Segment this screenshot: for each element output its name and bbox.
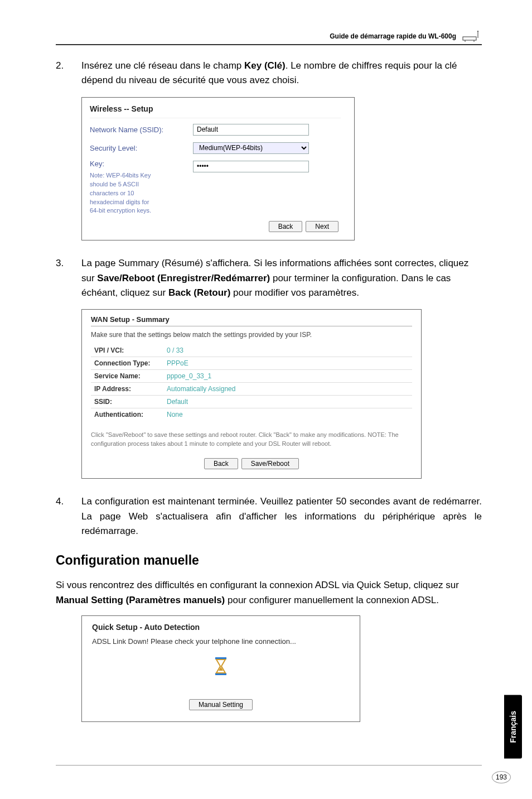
footer-rule	[56, 765, 482, 766]
back-button[interactable]: Back	[204, 458, 238, 469]
key-note: Note: WEP-64bits Key should be 5 ASCII c…	[90, 171, 157, 216]
panel-title: Wireless -- Setup	[90, 103, 341, 118]
hourglass-icon	[213, 657, 229, 678]
screenshot-wireless-setup: Wireless -- Setup Network Name (SSID): S…	[81, 97, 355, 241]
cell-val: Automatically Assigned	[163, 383, 412, 395]
table-row: IP Address:Automatically Assigned	[91, 382, 412, 395]
step-4: 4. La configuration est maintenant termi…	[56, 494, 482, 538]
paragraph: Si vous rencontrez des difficultés en co…	[56, 578, 482, 608]
cell-val: pppoe_0_33_1	[163, 370, 412, 382]
screenshot-quick-setup: Quick Setup - Auto Detection ADSL Link D…	[81, 615, 360, 722]
status-message: ADSL Link Down! Please check your telpho…	[92, 637, 350, 646]
screenshot-wan-summary: WAN Setup - Summary Make sure that the s…	[81, 309, 422, 479]
panel-title: Quick Setup - Auto Detection	[92, 623, 350, 632]
cell-val: Default	[163, 396, 412, 408]
cell-val: PPPoE	[163, 357, 412, 369]
step-number: 3.	[56, 256, 68, 300]
step-number: 4.	[56, 494, 68, 538]
cell-key: Authentication:	[91, 408, 163, 421]
table-row: Connection Type:PPPoE	[91, 357, 412, 369]
step-3: 3. La page Summary (Résumé) s'affichera.…	[56, 256, 482, 300]
cell-val: 0 / 33	[163, 344, 412, 357]
cell-key: SSID:	[91, 396, 163, 408]
summary-table: VPI / VCI:0 / 33 Connection Type:PPPoE S…	[91, 344, 412, 421]
step-number: 2.	[56, 59, 68, 88]
text: pour configurer manuellement la connexio…	[225, 595, 439, 605]
panel-subtitle: Make sure that the settings below match …	[91, 331, 412, 339]
cell-key: Connection Type:	[91, 357, 163, 369]
step-text: La page Summary (Résumé) s'affichera. Si…	[81, 256, 482, 300]
panel-title: WAN Setup - Summary	[91, 314, 412, 326]
text-bold: Key (Clé)	[244, 60, 286, 71]
ssid-input[interactable]	[193, 124, 309, 136]
next-button[interactable]: Next	[306, 221, 338, 232]
table-row: VPI / VCI:0 / 33	[91, 344, 412, 357]
cell-key: Service Name:	[91, 370, 163, 382]
cell-val: None	[163, 408, 412, 421]
svg-point-4	[477, 31, 478, 32]
text: pour modifier vos paramètres.	[230, 287, 359, 298]
text-bold: Save/Reboot (Enregistrer/Redémarrer)	[97, 273, 270, 283]
language-tab: Français	[504, 695, 522, 759]
text-bold: Back (Retour)	[168, 287, 230, 298]
security-select[interactable]: Medium(WEP-64bits)	[193, 142, 309, 154]
manual-setting-button[interactable]: Manual Setting	[189, 699, 253, 710]
text: Insérez une clé réseau dans le champ	[81, 60, 244, 71]
svg-rect-0	[463, 37, 476, 40]
page-number: 193	[492, 771, 511, 783]
step-text: La configuration est maintenant terminée…	[81, 494, 482, 538]
label-key: Key:	[90, 160, 104, 168]
back-button[interactable]: Back	[269, 221, 303, 232]
label-security: Security Level:	[90, 144, 193, 152]
table-row: SSID:Default	[91, 395, 412, 408]
table-row: Service Name:pppoe_0_33_1	[91, 369, 412, 382]
table-row: Authentication:None	[91, 408, 412, 421]
key-input[interactable]	[193, 161, 309, 172]
router-icon	[462, 30, 482, 42]
save-reboot-button[interactable]: Save/Reboot	[241, 458, 299, 469]
section-heading: Configuration manuelle	[56, 553, 482, 568]
cell-key: IP Address:	[91, 383, 163, 395]
label-ssid: Network Name (SSID):	[90, 126, 193, 134]
cell-key: VPI / VCI:	[91, 344, 163, 357]
note-text: Click "Save/Reboot" to save these settin…	[91, 431, 412, 448]
step-text: Insérez une clé réseau dans le champ Key…	[81, 59, 482, 88]
step-2: 2. Insérez une clé réseau dans le champ …	[56, 59, 482, 88]
text: Si vous rencontrez des difficultés en co…	[56, 580, 459, 590]
text-bold: Manual Setting (Paramètres manuels)	[56, 595, 225, 605]
page-header-title: Guide de démarrage rapide du WL-600g	[330, 32, 456, 40]
